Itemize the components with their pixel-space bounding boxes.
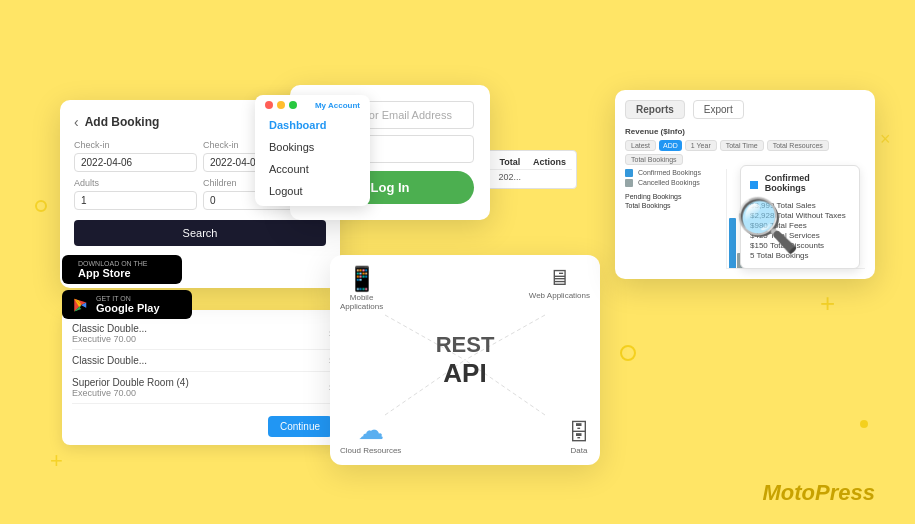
menu-item-logout[interactable]: Logout xyxy=(255,180,370,202)
appstore-small-text: DOWNLOAD ON THE xyxy=(78,260,148,267)
adults-input[interactable] xyxy=(74,191,197,210)
menu-items: Dashboard Bookings Account Logout xyxy=(255,110,370,206)
list-item: Classic Double... › xyxy=(72,350,332,372)
total-bookings-label: Total Bookings xyxy=(625,202,720,209)
appstore-large-text: App Store xyxy=(78,267,148,279)
my-account-label: My Account xyxy=(315,101,360,110)
col-actions: Actions xyxy=(527,155,572,170)
reports-filter: Latest ADD 1 Year Total Time Total Resou… xyxy=(625,140,865,165)
menu-item-account[interactable]: Account xyxy=(255,158,370,180)
booking-title: Add Booking xyxy=(85,115,160,129)
filter-1year[interactable]: 1 Year xyxy=(685,140,717,151)
googleplay-badge[interactable]: GET IT ON Google Play xyxy=(62,290,192,319)
reports-tabs: Reports Export xyxy=(625,100,865,119)
close-dot xyxy=(265,101,273,109)
legend-confirmed-color xyxy=(625,169,633,177)
web-label: Web Applications xyxy=(529,291,590,300)
list-item: Classic Double... Executive 70.00 › xyxy=(72,318,332,350)
col-total: Total xyxy=(493,155,528,170)
pending-bookings-label: Pending Bookings xyxy=(625,193,720,200)
room-price: Executive 70.00 xyxy=(72,388,189,398)
googleplay-icon xyxy=(72,296,90,314)
appstore-text: DOWNLOAD ON THE App Store xyxy=(78,260,148,279)
googleplay-small-text: GET IT ON xyxy=(96,295,160,302)
googleplay-large-text: Google Play xyxy=(96,302,160,314)
checkin-label: Check-in xyxy=(74,140,197,150)
googleplay-text: GET IT ON Google Play xyxy=(96,295,160,314)
cloud-label: Cloud Resources xyxy=(340,446,401,455)
list-item: Superior Double Room (4) Executive 70.00… xyxy=(72,372,332,404)
room-info: Superior Double Room (4) Executive 70.00 xyxy=(72,377,189,398)
room-price: Executive 70.00 xyxy=(72,334,147,344)
adults-field-group: Adults xyxy=(74,178,197,210)
circle-1 xyxy=(620,345,636,361)
api-label: API xyxy=(436,358,495,389)
adults-label: Adults xyxy=(74,178,197,188)
legend-cancelled-label: Cancelled Bookings xyxy=(638,179,700,186)
menu-item-dashboard[interactable]: Dashboard xyxy=(255,114,370,136)
magnifier-icon: 🔍 xyxy=(735,195,800,256)
web-app-item: 🖥 Web Applications xyxy=(529,265,590,300)
tab-export[interactable]: Export xyxy=(693,100,744,119)
dot-2 xyxy=(860,420,868,428)
maximize-dot xyxy=(289,101,297,109)
filter-totaltime[interactable]: Total Time xyxy=(720,140,764,151)
cross-icon-3: + xyxy=(820,290,835,316)
filter-totalbookings[interactable]: Total Bookings xyxy=(625,154,683,165)
app-badges-container: DOWNLOAD ON THE App Store GET IT ON Goog… xyxy=(62,255,192,319)
legend-confirmed: Confirmed Bookings xyxy=(625,169,720,177)
filter-add[interactable]: ADD xyxy=(659,140,682,151)
api-center-label: REST API xyxy=(436,332,495,389)
tab-reports[interactable]: Reports xyxy=(625,100,685,119)
stats-title: Confirmed Bookings xyxy=(765,173,850,193)
booking-action xyxy=(527,170,572,185)
room-name: Superior Double Room (4) xyxy=(72,377,189,388)
mobile-app-item: 📱 MobileApplications xyxy=(340,265,383,311)
back-arrow-icon[interactable]: ‹ xyxy=(74,114,79,130)
checkin-input[interactable] xyxy=(74,153,197,172)
cloud-item: ☁ Cloud Resources xyxy=(340,415,401,455)
api-diagram: 📱 MobileApplications 🖥 Web Applications … xyxy=(330,255,600,465)
legend-cancelled-color xyxy=(625,179,633,187)
chart-title: Revenue ($Info) xyxy=(625,127,865,136)
mobile-label: MobileApplications xyxy=(340,293,383,311)
filter-latest[interactable]: Latest xyxy=(625,140,656,151)
motopress-logo: MotoPress xyxy=(763,480,875,506)
room-list: Classic Double... Executive 70.00 › Clas… xyxy=(62,310,342,445)
room-name: Classic Double... xyxy=(72,323,147,334)
checkin-field-group: Check-in xyxy=(74,140,197,172)
search-button[interactable]: Search xyxy=(74,220,326,246)
room-info: Classic Double... xyxy=(72,355,147,366)
booking-checkout: 202... xyxy=(493,170,528,185)
stats-popup-header: Confirmed Bookings xyxy=(750,173,850,197)
reports-legend: Confirmed Bookings Cancelled Bookings Pe… xyxy=(625,169,720,269)
stats-checkbox xyxy=(750,181,758,189)
rest-label: REST xyxy=(436,332,495,358)
data-label: Data xyxy=(571,446,588,455)
minimize-dot xyxy=(277,101,285,109)
nav-menu: My Account Dashboard Bookings Account Lo… xyxy=(255,95,370,206)
cloud-icon: ☁ xyxy=(358,415,384,446)
continue-button[interactable]: Continue xyxy=(268,416,332,437)
appstore-badge[interactable]: DOWNLOAD ON THE App Store xyxy=(62,255,182,284)
web-icon: 🖥 xyxy=(548,265,570,291)
window-dots: My Account xyxy=(255,95,370,110)
continue-btn-container: Continue xyxy=(72,410,332,437)
circle-2 xyxy=(35,200,47,212)
room-name: Classic Double... xyxy=(72,355,147,366)
filter-totalres[interactable]: Total Resources xyxy=(767,140,829,151)
data-item: 🗄 Data xyxy=(568,420,590,455)
cross-icon-4: + xyxy=(50,450,63,472)
legend-confirmed-label: Confirmed Bookings xyxy=(638,169,701,176)
legend-cancelled: Cancelled Bookings xyxy=(625,179,720,187)
room-info: Classic Double... Executive 70.00 xyxy=(72,323,147,344)
mobile-icon: 📱 xyxy=(347,265,377,293)
menu-item-bookings[interactable]: Bookings xyxy=(255,136,370,158)
cross-icon-5: × xyxy=(880,130,891,148)
data-icon: 🗄 xyxy=(568,420,590,446)
